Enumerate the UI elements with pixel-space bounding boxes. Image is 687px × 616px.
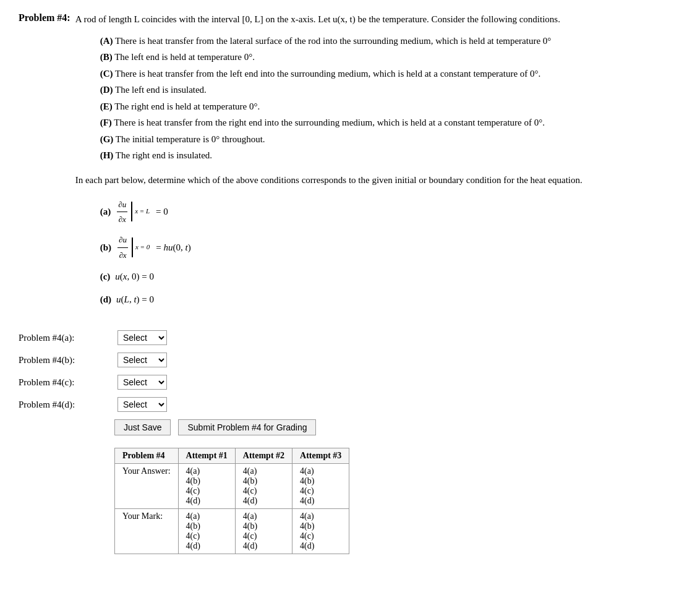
attempt2-answer: 4(a)4(b)4(c)4(d) <box>235 464 292 509</box>
attempt1-mark: 4(a)4(b)4(c)4(d) <box>178 509 235 554</box>
condition-item: (B) The left end is held at temperature … <box>100 50 668 64</box>
just-save-button[interactable]: Just Save <box>114 419 171 435</box>
submit-button[interactable]: Submit Problem #4 for Grading <box>178 419 316 435</box>
problem-instruction: In each part below, determine which of t… <box>75 173 668 187</box>
attempts-table: Problem #4 Attempt #1 Attempt #2 Attempt… <box>114 448 349 554</box>
part-d-math: u(L, t) = 0 <box>116 291 154 308</box>
select-d[interactable]: Select ABCD EFGH <box>117 397 167 412</box>
select-b[interactable]: Select ABCD EFGH <box>117 353 167 367</box>
part-a-math: ∂u ∂x x = L = 0 <box>116 197 168 227</box>
part-d-label: (d) <box>100 291 111 308</box>
condition-item: (F) There is heat transfer from the righ… <box>100 116 668 130</box>
part-b-label: (b) <box>100 239 111 256</box>
col-header-attempt2: Attempt #2 <box>235 448 292 464</box>
part-c-label: (c) <box>100 268 111 285</box>
col-header-attempt1: Attempt #1 <box>178 448 235 464</box>
attempt2-mark: 4(a)4(b)4(c)4(d) <box>235 509 292 554</box>
condition-item: (A) There is heat transfer from the late… <box>100 34 668 48</box>
table-row: Your Mark: 4(a)4(b)4(c)4(d) 4(a)4(b)4(c)… <box>115 509 349 554</box>
part-c-math: u(x, 0) = 0 <box>115 268 154 285</box>
condition-item: (H) The right end is insulated. <box>100 148 668 163</box>
attempt3-mark: 4(a)4(b)4(c)4(d) <box>292 509 349 554</box>
select-b-label: Problem #4(b): <box>19 355 117 366</box>
your-mark-label: Your Mark: <box>115 509 179 554</box>
part-b-math: ∂u ∂x x = 0 = hu(0, t) <box>116 233 191 262</box>
condition-item: (D) The left end is insulated. <box>100 83 668 97</box>
condition-item: (E) The right end is held at temperature… <box>100 100 668 114</box>
col-header-problem: Problem #4 <box>115 448 179 464</box>
select-c[interactable]: Select ABCD EFGH <box>117 375 167 390</box>
problem-intro: A rod of length L coincides with the int… <box>75 12 668 27</box>
col-header-attempt3: Attempt #3 <box>292 448 349 464</box>
select-a[interactable]: Select ABCD EFGH <box>117 330 167 345</box>
select-d-label: Problem #4(d): <box>19 400 117 410</box>
select-a-label: Problem #4(a): <box>19 333 117 343</box>
attempt3-answer: 4(a)4(b)4(c)4(d) <box>292 464 349 509</box>
your-answer-label: Your Answer: <box>115 464 179 509</box>
problem-number: Problem #4: <box>19 12 70 24</box>
part-a-label: (a) <box>100 203 111 220</box>
attempt1-answer: 4(a)4(b)4(c)4(d) <box>178 464 235 509</box>
condition-item: (G) The initial temperature is 0° throug… <box>100 132 668 147</box>
table-row: Your Answer: 4(a)4(b)4(c)4(d) 4(a)4(b)4(… <box>115 464 349 509</box>
condition-item: (C) There is heat transfer from the left… <box>100 67 668 81</box>
select-c-label: Problem #4(c): <box>19 377 117 388</box>
